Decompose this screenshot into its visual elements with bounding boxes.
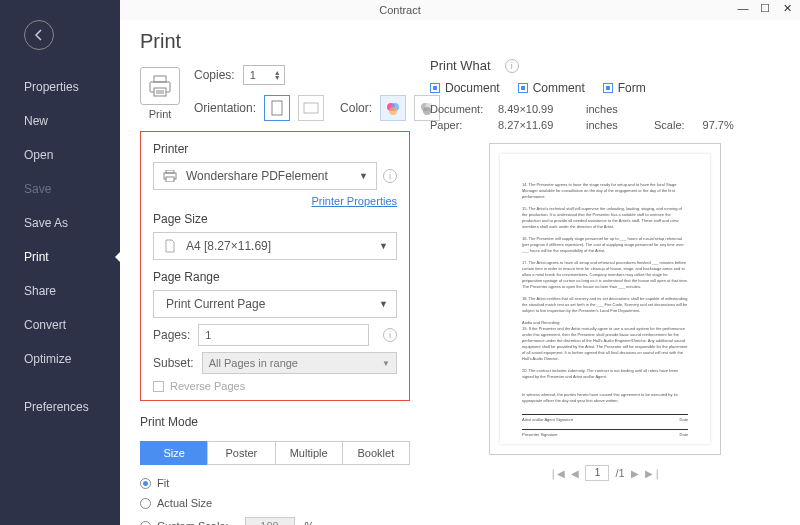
tab-poster[interactable]: Poster [207,441,275,465]
dimension-info: Document: 8.49×10.99 inches Paper: 8.27×… [430,101,780,133]
printer-section-label: Printer [153,142,397,156]
print-button[interactable]: Print [140,67,180,120]
sidebar-menu: Properties New Open Save Save As Print S… [0,70,120,424]
tab-booklet[interactable]: Booklet [342,441,410,465]
printer-icon [140,67,180,105]
sidebar-item-save-as[interactable]: Save As [0,206,120,240]
sidebar-item-print[interactable]: Print [0,240,120,274]
caret-down-icon: ▼ [379,299,388,309]
info-icon[interactable]: i [383,169,397,183]
sidebar-item-preferences[interactable]: Preferences [0,390,120,424]
actual-label: Actual Size [157,497,212,509]
info-icon[interactable]: i [383,328,397,342]
sidebar-item-optimize[interactable]: Optimize [0,342,120,376]
svg-rect-15 [166,177,174,182]
print-what-form-checkbox[interactable] [603,83,613,93]
copies-input[interactable]: 1 ▲▼ [243,65,285,85]
maximize-button[interactable]: ☐ [758,2,772,15]
window-controls: — ☐ ✕ [736,2,794,15]
pager-next-button[interactable]: ▶ [631,468,639,479]
printer-small-icon [162,170,178,182]
caret-down-icon: ▼ [359,171,368,181]
window-title: Contract [379,4,421,16]
info-icon[interactable]: i [505,59,519,73]
svg-rect-5 [272,101,282,115]
print-toprow: Print Copies: 1 ▲▼ Orientation: [140,65,410,121]
subset-label: Subset: [153,356,194,370]
preview-pager: ❘◀ ◀ 1 /1 ▶ ▶❘ [549,465,660,481]
sidebar-item-properties[interactable]: Properties [0,70,120,104]
print-what-comment-checkbox[interactable] [518,83,528,93]
color-label: Color: [340,101,372,115]
svg-rect-6 [304,103,318,113]
page-size-section-label: Page Size [153,212,397,226]
printer-properties-link[interactable]: Printer Properties [311,195,397,207]
portrait-icon [271,100,283,116]
chevron-left-icon [33,29,45,41]
sidebar-item-convert[interactable]: Convert [0,308,120,342]
reverse-pages-checkbox[interactable] [153,381,164,392]
orientation-portrait-button[interactable] [264,95,290,121]
pages-label: Pages: [153,328,190,342]
reverse-pages-label: Reverse Pages [170,380,245,392]
right-column: Print What i Document Comment Form Docum… [430,30,780,515]
radio-custom[interactable] [140,521,151,526]
pager-total: /1 [615,467,624,479]
printer-value: Wondershare PDFelement [186,169,328,183]
tab-multiple[interactable]: Multiple [275,441,343,465]
print-button-label: Print [149,108,172,120]
svg-point-9 [389,107,397,115]
fit-label: Fit [157,477,169,489]
sidebar-item-share[interactable]: Share [0,274,120,308]
printer-settings-box: Printer Wondershare PDFelement ▼ i Print… [140,131,410,401]
sidebar-item-new[interactable]: New [0,104,120,138]
copies-value: 1 [250,69,256,81]
pager-first-button[interactable]: ❘◀ [549,468,565,479]
page-range-value: Print Current Page [166,297,265,311]
custom-scale-input[interactable]: 100 [245,517,295,525]
radio-actual[interactable] [140,498,151,509]
spinner-arrows-icon[interactable]: ▲▼ [274,70,281,80]
page-range-section-label: Page Range [153,270,397,284]
back-button[interactable] [24,20,54,50]
orientation-label: Orientation: [194,101,256,115]
pages-input[interactable]: 1 [198,324,369,346]
printer-dropdown[interactable]: Wondershare PDFelement ▼ [153,162,377,190]
page-title: Print [140,30,410,53]
print-mode-section-label: Print Mode [140,415,410,429]
color-icon [385,100,401,116]
pager-current-input[interactable]: 1 [585,465,609,481]
page-icon [162,239,178,253]
preview-wrap: 14. The Presenter agrees to have the sta… [430,143,780,515]
svg-rect-2 [154,88,166,96]
page-size-dropdown[interactable]: A4 [8.27×11.69] ▼ [153,232,397,260]
sidebar-item-open[interactable]: Open [0,138,120,172]
preview-border: 14. The Presenter agrees to have the sta… [489,143,721,455]
svg-rect-0 [154,76,166,82]
tab-size[interactable]: Size [140,441,208,465]
orientation-landscape-button[interactable] [298,95,324,121]
radio-fit[interactable] [140,478,151,489]
print-mode-tabs: Size Poster Multiple Booklet [140,441,410,465]
page-preview: 14. The Presenter agrees to have the sta… [500,154,710,444]
main-panel: Print Print Copies: 1 ▲▼ Orientation: [120,20,800,525]
pager-prev-button[interactable]: ◀ [571,468,579,479]
page-size-value: A4 [8.27×11.69] [186,239,271,253]
sidebar: Properties New Open Save Save As Print S… [0,0,120,525]
print-what-document-checkbox[interactable] [430,83,440,93]
sidebar-item-save: Save [0,172,120,206]
print-what-header: Print What [430,58,491,73]
left-column: Print Print Copies: 1 ▲▼ Orientation: [140,30,410,515]
minimize-button[interactable]: — [736,2,750,15]
caret-down-icon: ▼ [379,241,388,251]
title-bar: Contract — ☐ ✕ [0,0,800,20]
subset-dropdown[interactable]: All Pages in range▼ [202,352,397,374]
landscape-icon [303,102,319,114]
page-range-dropdown[interactable]: Print Current Page ▼ [153,290,397,318]
copies-label: Copies: [194,68,235,82]
custom-label: Custom Scale: [157,520,229,525]
color-mode-color-button[interactable] [380,95,406,121]
pager-last-button[interactable]: ▶❘ [645,468,661,479]
percent-label: % [305,520,315,525]
close-button[interactable]: ✕ [780,2,794,15]
